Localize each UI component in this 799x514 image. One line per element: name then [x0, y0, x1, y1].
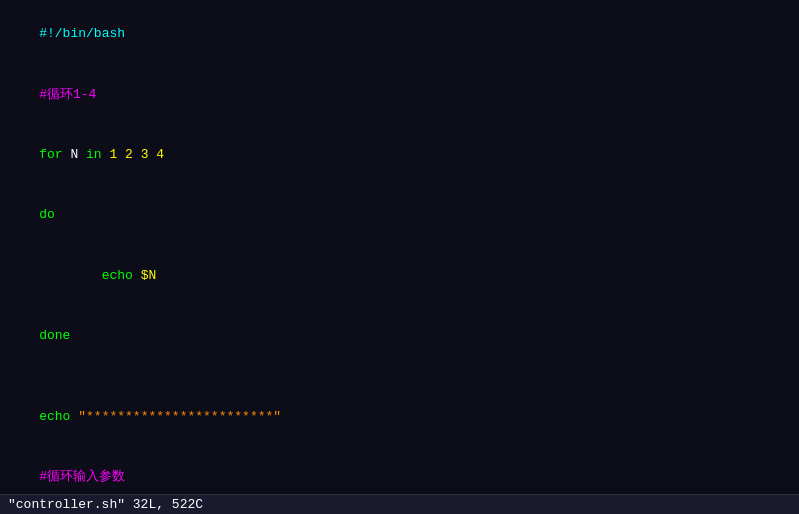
line-3: for N in 1 2 3 4	[8, 125, 791, 185]
status-text: "controller.sh" 32L, 522C	[8, 497, 203, 512]
line-9: #循环输入参数	[8, 447, 791, 494]
line-5: echo $N	[8, 246, 791, 306]
status-bar: "controller.sh" 32L, 522C	[0, 494, 799, 514]
line-8: echo "************************"	[8, 387, 791, 447]
comment-loop1: #循环1-4	[39, 87, 96, 102]
line-7	[8, 367, 791, 387]
line-6: done	[8, 306, 791, 366]
kw-for1: for	[39, 147, 62, 162]
line-2: #循环1-4	[8, 64, 791, 124]
code-editor: #!/bin/bash #循环1-4 for N in 1 2 3 4 do e…	[0, 0, 799, 494]
shebang: #!/bin/bash	[39, 26, 125, 41]
line-1: #!/bin/bash	[8, 4, 791, 64]
line-4: do	[8, 185, 791, 245]
